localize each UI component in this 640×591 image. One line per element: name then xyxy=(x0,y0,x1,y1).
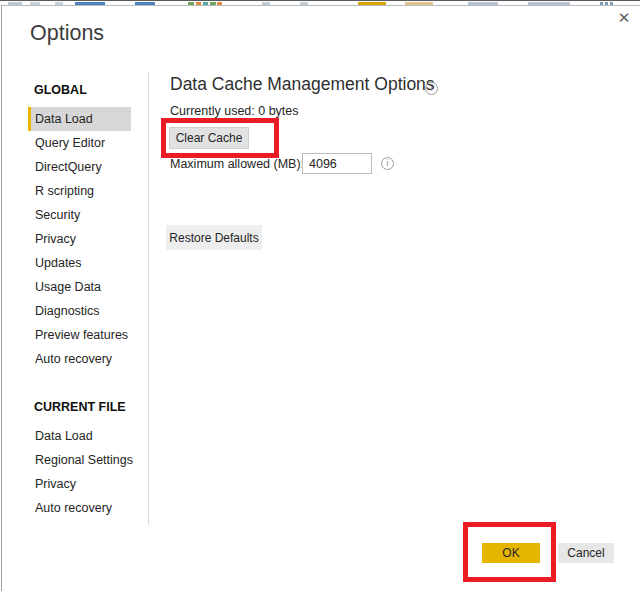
sidebar-item-privacy[interactable]: Privacy xyxy=(28,472,131,496)
sidebar-item-r-scripting[interactable]: R scripting xyxy=(28,179,131,203)
sidebar-section-header: CURRENT FILE xyxy=(28,399,131,415)
sidebar-item-directquery[interactable]: DirectQuery xyxy=(28,155,131,179)
page-title: Data Cache Management Options xyxy=(170,74,435,95)
sidebar: GLOBALData LoadQuery EditorDirectQueryR … xyxy=(28,82,131,520)
clear-cache-button[interactable]: Clear Cache xyxy=(169,127,249,149)
sidebar-item-auto-recovery[interactable]: Auto recovery xyxy=(28,347,131,371)
sidebar-item-regional-settings[interactable]: Regional Settings xyxy=(28,448,131,472)
sidebar-item-privacy[interactable]: Privacy xyxy=(28,227,131,251)
sidebar-item-data-load[interactable]: Data Load xyxy=(28,424,131,448)
info-icon[interactable]: i xyxy=(381,157,394,170)
close-icon[interactable]: ✕ xyxy=(613,7,635,29)
sidebar-item-diagnostics[interactable]: Diagnostics xyxy=(28,299,131,323)
sidebar-item-auto-recovery[interactable]: Auto recovery xyxy=(28,496,131,520)
sidebar-item-security[interactable]: Security xyxy=(28,203,131,227)
cancel-button[interactable]: Cancel xyxy=(558,543,614,563)
info-icon[interactable]: i xyxy=(425,82,438,95)
sidebar-item-data-load[interactable]: Data Load xyxy=(28,107,131,131)
sidebar-item-usage-data[interactable]: Usage Data xyxy=(28,275,131,299)
ok-button[interactable]: OK xyxy=(482,543,540,563)
max-allowed-label: Maximum allowed (MB): xyxy=(170,157,304,171)
restore-defaults-button[interactable]: Restore Defaults xyxy=(166,225,262,250)
sidebar-item-updates[interactable]: Updates xyxy=(28,251,131,275)
sidebar-divider xyxy=(148,72,149,525)
sidebar-item-query-editor[interactable]: Query Editor xyxy=(28,131,131,155)
sidebar-section-header: GLOBAL xyxy=(28,82,131,98)
sidebar-item-preview-features[interactable]: Preview features xyxy=(28,323,131,347)
currently-used-label: Currently used: 0 bytes xyxy=(170,104,299,118)
dialog-title: Options xyxy=(30,21,104,46)
max-allowed-input[interactable] xyxy=(302,153,372,174)
